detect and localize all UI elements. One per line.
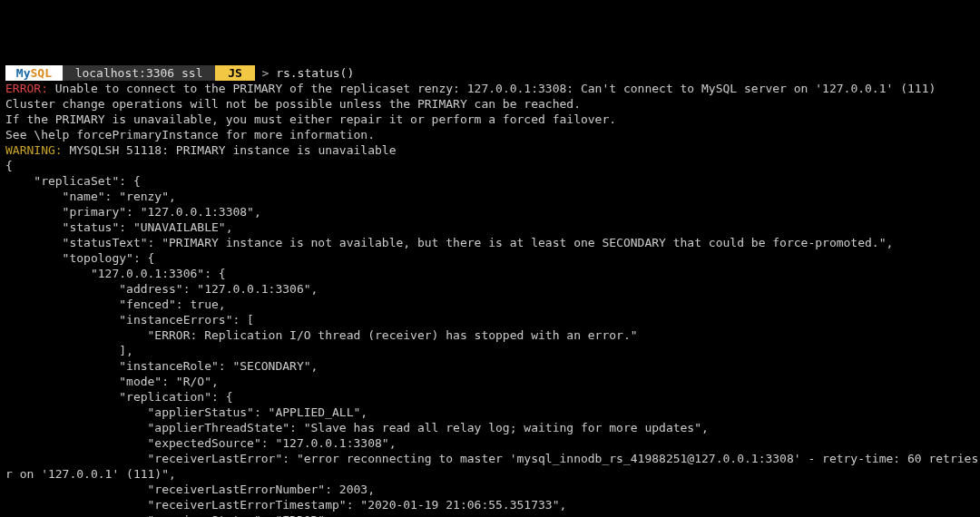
- error-block: ERROR: Unable to connect to the PRIMARY …: [5, 82, 936, 141]
- json-line: "applierStatus": "APPLIED_ALL",: [5, 405, 375, 419]
- error-label: ERROR:: [5, 82, 48, 95]
- warning-block: WARNING: MYSQLSH 51118: PRIMARY instance…: [5, 143, 396, 157]
- product-name-my: My: [16, 66, 31, 80]
- mode-text: JS: [228, 66, 242, 80]
- json-line: r on '127.0.0.1' (111)",: [5, 467, 183, 481]
- shell-prompt[interactable]: MySQL localhost:3306 ssl JS > rs.status(…: [5, 66, 354, 80]
- json-line: "receiverLastErrorNumber": 2003,: [5, 483, 382, 496]
- error-text-4: See \help forcePrimaryInstance for more …: [5, 128, 375, 141]
- json-line: "receiverLastErrorTimestamp": "2020-01-1…: [5, 498, 573, 512]
- prompt-caret: >: [261, 66, 269, 80]
- error-text-1: Unable to connect to the PRIMARY of the …: [48, 82, 936, 95]
- json-output: { "replicaSet": { "name": "renzy", "prim…: [5, 159, 980, 517]
- warning-label: WARNING:: [5, 143, 63, 157]
- json-line: "instanceRole": "SECONDARY",: [5, 359, 325, 373]
- mode-badge: JS: [215, 65, 254, 81]
- json-line: "replicaSet": {: [5, 174, 141, 188]
- json-open-brace: {: [5, 159, 13, 172]
- host-text: localhost:3306 ssl: [75, 66, 203, 80]
- error-text-2: Cluster change operations will not be po…: [5, 97, 581, 111]
- json-line: "127.0.0.1:3306": {: [5, 267, 226, 280]
- warning-text: MYSQLSH 51118: PRIMARY instance is unava…: [63, 143, 397, 157]
- json-line: "expectedSource": "127.0.0.1:3308",: [5, 436, 403, 450]
- json-line: "mode": "R/O",: [5, 375, 226, 388]
- error-text-3: If the PRIMARY is unavailable, you must …: [5, 112, 616, 126]
- mysql-badge: MySQL: [5, 65, 63, 81]
- json-line: "statusText": "PRIMARY instance is not a…: [5, 236, 900, 249]
- json-line: "instanceErrors": [: [5, 313, 254, 327]
- json-line: ],: [5, 344, 141, 357]
- json-line: "address": "127.0.0.1:3306",: [5, 282, 325, 296]
- json-line: "replication": {: [5, 390, 232, 404]
- json-line: "status": "UNAVAILABLE",: [5, 220, 240, 234]
- json-line: "primary": "127.0.0.1:3308",: [5, 205, 269, 219]
- json-line: "receiverStatus": "ERROR",: [5, 513, 339, 517]
- json-line: "fenced": true,: [5, 298, 232, 311]
- command-input[interactable]: rs.status(): [276, 66, 354, 80]
- host-badge: localhost:3306 ssl: [63, 65, 216, 81]
- json-line: "receiverLastError": "error reconnecting…: [5, 452, 980, 465]
- json-line: "ERROR: Replication I/O thread (receiver…: [5, 328, 638, 342]
- product-name-sql: SQL: [30, 66, 51, 80]
- json-line: "name": "renzy",: [5, 190, 183, 203]
- json-line: "topology": {: [5, 251, 154, 265]
- json-line: "applierThreadState": "Slave has read al…: [5, 421, 716, 434]
